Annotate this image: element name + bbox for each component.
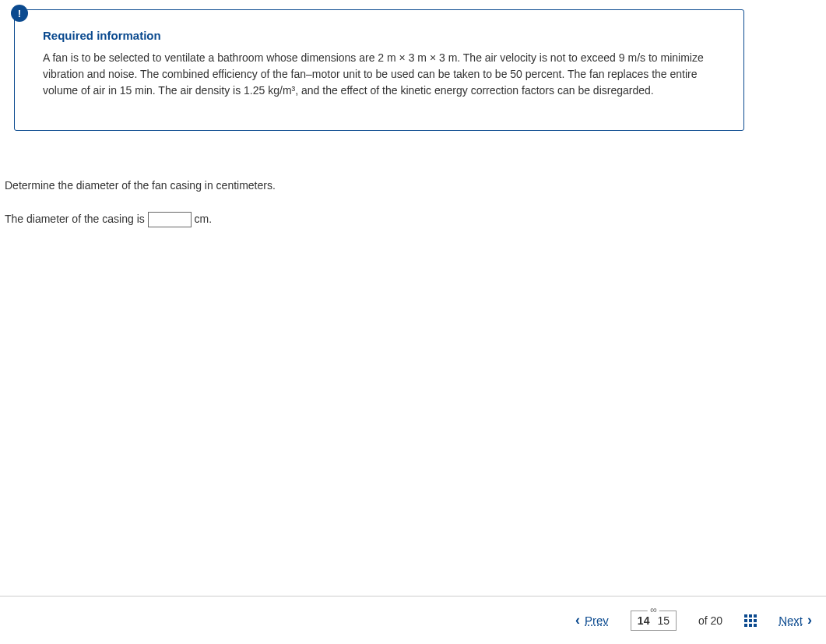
diameter-input[interactable]: [148, 212, 192, 227]
link-icon: ∞: [648, 604, 659, 615]
page-total: of 20: [698, 614, 722, 627]
chevron-right-icon: ›: [807, 612, 812, 628]
prev-button[interactable]: ‹ Prev: [575, 612, 609, 628]
prev-label: Prev: [585, 614, 609, 627]
required-info-title: Required information: [43, 29, 715, 42]
next-label: Next: [779, 614, 803, 627]
next-button[interactable]: Next ›: [779, 612, 812, 628]
navigation-bar: ‹ Prev ∞ 14 15 of 20 Next ›: [0, 596, 826, 644]
required-info-box: Required information A fan is to be sele…: [14, 9, 744, 131]
chevron-left-icon: ‹: [575, 612, 580, 628]
total-pages: 20: [711, 614, 723, 627]
answer-suffix: cm.: [192, 213, 212, 225]
alert-symbol: !: [18, 8, 21, 19]
question-prompt: Determine the diameter of the fan casing…: [5, 178, 276, 194]
page-secondary: 15: [657, 614, 670, 627]
page-indicator[interactable]: ∞ 14 15: [631, 611, 677, 631]
grid-icon[interactable]: [744, 614, 757, 627]
alert-icon: !: [11, 5, 28, 22]
page-current: 14: [638, 614, 650, 627]
of-label: of: [698, 614, 708, 627]
required-info-body: A fan is to be selected to ventilate a b…: [43, 50, 715, 99]
question-area: Determine the diameter of the fan casing…: [5, 178, 276, 227]
answer-prefix: The diameter of the casing is: [5, 213, 148, 225]
answer-line: The diameter of the casing is cm.: [5, 211, 276, 227]
